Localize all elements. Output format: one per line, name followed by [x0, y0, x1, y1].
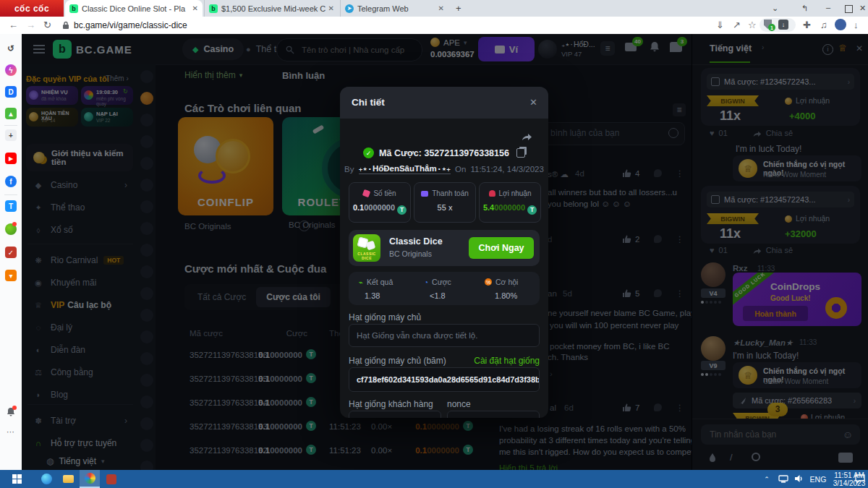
result-label: Cơ hội	[495, 278, 518, 286]
server-seed-value: Hạt Giống vẫn chưa được tiết lộ.	[357, 331, 477, 340]
lock-icon	[62, 21, 69, 30]
telegram-favicon: ➤	[345, 4, 354, 13]
notification-dot	[12, 222, 17, 226]
tab-title: Classic Dice Online Slot - Pla	[82, 4, 190, 13]
keyboard-language[interactable]: ENG	[807, 470, 829, 488]
tab-close-icon[interactable]: ✕	[192, 4, 198, 12]
set-seed-link[interactable]: Cài đặt hạt giống	[474, 356, 540, 366]
modal-title: Chi tiết	[352, 97, 385, 108]
nonce-field[interactable]	[447, 411, 540, 418]
server-seed-field[interactable]: Hạt Giống vẫn chưa được tiết lộ.	[349, 324, 540, 347]
maximize-button[interactable]	[845, 5, 853, 13]
save-to-device-icon[interactable]: ⇓	[716, 20, 724, 30]
server-seed-hash-label: Hạt giống máy chủ (băm)	[349, 356, 446, 366]
nonce-label: nonce	[447, 399, 471, 409]
share-bet-icon[interactable]	[521, 132, 532, 141]
bet-id-row: ✓ Mã Cược: 35272113976338156	[340, 147, 548, 158]
action-center-icon[interactable]	[855, 474, 865, 484]
stat-value: 5.4	[483, 203, 494, 212]
result-value: 1.80%	[495, 291, 517, 300]
classic-dice-icon: CLASSIC DICE	[353, 234, 380, 262]
result-value: <1.8	[430, 291, 446, 300]
client-seed-label: Hạt giống khách hàng	[349, 399, 433, 409]
game-center-icon[interactable]: ▲	[5, 108, 17, 119]
new-tab-button[interactable]: +	[456, 3, 461, 14]
profile-avatar[interactable]	[835, 19, 846, 30]
die	[366, 241, 376, 251]
tab-search-icon[interactable]: ⌄	[772, 4, 778, 13]
messenger-icon[interactable]: ϟ	[5, 64, 17, 76]
cart-icon[interactable]: ▾	[5, 270, 17, 281]
speaker-icon[interactable]	[794, 474, 804, 483]
usdt-coin-icon: T	[397, 205, 407, 215]
bet-details-modal: Chi tiết ✕ ✓ Mã Cược: 35272113976338156 …	[340, 87, 548, 418]
add-shortcut-icon[interactable]: +	[5, 129, 17, 141]
copy-icon[interactable]	[516, 148, 525, 158]
stat-value-trail: 0000000	[494, 203, 525, 212]
stat-value: 55 x	[414, 203, 475, 212]
media-icon[interactable]: ♫	[820, 20, 827, 30]
play-now-button[interactable]: Chơi Ngay	[469, 237, 534, 259]
bet-author-row: By ₊٠٭HổĐenSâuThẳm٭٠₊ On 11:51:24, 14/3/…	[340, 163, 548, 174]
chance-icon: %	[485, 278, 492, 286]
tab-title: $1,500 Exclusive Mid-week C	[221, 4, 326, 13]
tab-close-icon[interactable]: ✕	[438, 4, 444, 12]
network-icon[interactable]	[778, 475, 788, 483]
task-check-icon[interactable]: ✓	[5, 247, 17, 258]
start-button[interactable]	[0, 470, 33, 488]
download-arrow-icon[interactable]: ↓	[854, 20, 859, 30]
dola-icon[interactable]: D	[5, 86, 17, 98]
close-modal-icon[interactable]: ✕	[529, 97, 537, 108]
game-provider: BC Originals	[389, 249, 432, 258]
stat-label: Thanh toán	[432, 189, 469, 197]
coccoc-side-rail: ↺ ϟ D ▲ + ▶ f T ✓ ▾ ⋯	[0, 34, 22, 470]
tab-close-icon[interactable]: ✕	[328, 4, 334, 12]
file-explorer-icon[interactable]	[58, 470, 78, 488]
adblock-badge: 1	[768, 24, 775, 31]
stat-label: Lợi nhuận	[499, 189, 532, 197]
on-label: On	[455, 165, 466, 174]
result-label: Cược	[432, 278, 451, 286]
edge-icon[interactable]	[36, 470, 56, 488]
language-code: ENG	[810, 475, 827, 484]
tab-classic-dice[interactable]: b Classic Dice Online Slot - Pla ✕	[65, 0, 203, 17]
back-icon[interactable]: ←	[9, 20, 18, 30]
bet-datetime: 11:51:24, 14/3/2023	[470, 165, 543, 174]
bet-author[interactable]: ₊٠٭HổĐenSâuThẳm٭٠₊	[359, 163, 451, 174]
history-icon[interactable]: ↺	[5, 43, 17, 54]
more-icon[interactable]: ⋯	[7, 427, 14, 437]
stat-amount: Số tiền 0.10000000 T	[349, 182, 411, 223]
bookmark-star-icon[interactable]: ☆	[748, 20, 757, 30]
result-label: Kết quả	[367, 278, 393, 286]
coccoc-taskbar-icon[interactable]	[80, 470, 100, 488]
client-seed-field[interactable]	[349, 411, 441, 418]
tab-title: Telegram Web	[357, 4, 435, 13]
app-icon-red[interactable]	[101, 470, 122, 488]
reload-icon[interactable]: ↻	[43, 20, 51, 30]
tiki-icon[interactable]: T	[5, 200, 17, 212]
server-seed-hash-field[interactable]: cf718ef602d341593da0a28d6565d91c84d7d3f3…	[349, 367, 540, 392]
youtube-icon[interactable]: ▶	[5, 153, 17, 164]
download-manager-icon[interactable]: ↓	[778, 20, 788, 30]
results-row: ⌁Kết quả 1.38 ◔Cược <1.8 %Cơ hội 1.80%	[349, 272, 540, 305]
extensions-icon[interactable]: ✚	[803, 20, 811, 30]
coccoc-logo[interactable]: cốc cốc	[0, 0, 64, 17]
close-window-button[interactable]: ✕	[859, 4, 866, 13]
facebook-icon[interactable]: f	[5, 176, 17, 187]
tray-expand-icon[interactable]: ⌃	[761, 470, 773, 488]
bet-target-icon: ◔	[424, 278, 428, 286]
tab-telegram[interactable]: ➤ Telegram Web ✕	[340, 0, 448, 17]
stat-profit: Lợi nhuận 5.40000000 T	[479, 182, 541, 223]
tab-promo[interactable]: b $1,500 Exclusive Mid-week C ✕	[204, 0, 339, 17]
rail-divider	[4, 194, 17, 195]
url-text[interactable]: bc.game/vi/game/classic-dice	[74, 20, 187, 30]
forward-icon[interactable]: →	[26, 20, 35, 30]
rail-divider	[4, 125, 17, 126]
share-icon[interactable]: ↗	[733, 20, 741, 30]
notification-dot	[12, 406, 17, 410]
game-title: Classic Dice	[389, 236, 443, 247]
server-seed-label: Hạt giống máy chủ	[349, 312, 421, 322]
minimize-button[interactable]: –	[826, 3, 830, 12]
send-to-device-icon[interactable]: ↰	[801, 4, 808, 13]
bcgame-favicon: b	[69, 4, 78, 13]
